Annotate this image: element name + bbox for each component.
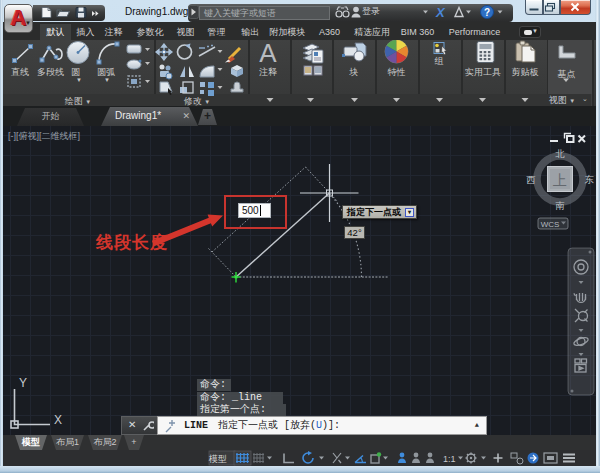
svg-text:西: 西 [526,174,536,185]
svg-text:上: 上 [553,172,567,188]
svg-text:南: 南 [555,200,565,211]
svg-text:WCS: WCS [541,220,560,229]
svg-text:A: A [259,40,277,68]
svg-text:东: 东 [584,174,594,185]
svg-text:北: 北 [555,148,565,159]
svg-text:Y: Y [19,376,27,390]
svg-text:1:1: 1:1 [443,454,456,464]
svg-text:?: ? [484,7,490,18]
svg-text:X: X [435,5,446,20]
svg-text:X: X [54,413,62,427]
